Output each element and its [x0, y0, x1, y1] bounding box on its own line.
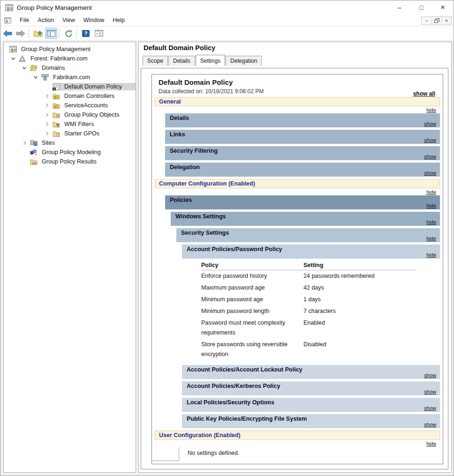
- tree-item-fabrikam-domain[interactable]: Fabrikam.com: [4, 73, 136, 82]
- chevron-down-icon[interactable]: [30, 74, 41, 81]
- section-computer-configuration-toggle-link[interactable]: hide: [426, 189, 436, 195]
- section-details-toggle-link[interactable]: show: [424, 121, 436, 126]
- mdi-restore-button[interactable]: [431, 17, 441, 24]
- menu-file[interactable]: File: [20, 17, 29, 23]
- section-policies-toggle-link[interactable]: hide: [426, 203, 436, 208]
- tree-item-forest[interactable]: Forest: Fabrikam.com: [4, 54, 136, 63]
- refresh-icon[interactable]: [62, 28, 75, 39]
- ou-folder-icon: [53, 92, 62, 100]
- gpo-icon: [53, 83, 62, 90]
- table-row: Password must meet complexity requiremen…: [201, 317, 416, 339]
- tree-item-label: Sites: [40, 139, 56, 147]
- tree-item-domains[interactable]: Domains: [4, 63, 136, 73]
- tree-item-label: Group Policy Objects: [63, 111, 121, 119]
- chevron-right-icon[interactable]: [41, 102, 53, 109]
- console-icon-small: [4, 17, 11, 23]
- tree-item-sites[interactable]: Sites: [4, 138, 136, 148]
- back-icon[interactable]: [1, 28, 14, 39]
- minimize-button[interactable]: −: [389, 0, 410, 15]
- tree-item-starter-gpos[interactable]: Starter GPOs: [4, 129, 136, 138]
- action-pane-icon[interactable]: [93, 28, 105, 39]
- tree-item-default-domain-policy[interactable]: Default Domain Policy: [4, 82, 136, 91]
- help-icon[interactable]: ?: [80, 28, 92, 39]
- policy-cell: Password must meet complexity requiremen…: [201, 317, 303, 339]
- folder-icon: [53, 111, 62, 119]
- section-general: General hide: [155, 97, 440, 113]
- results-pane: Default Domain Policy Scope Details Sett…: [138, 42, 452, 473]
- tree-item-group-policy-management[interactable]: Group Policy Management: [4, 45, 136, 54]
- report-gutter-cell: [152, 447, 179, 461]
- console-tree-toggle-icon[interactable]: [45, 28, 57, 39]
- tree-item-label: Fabrikam.com: [52, 74, 91, 81]
- section-user-configuration-toggle-link[interactable]: hide: [426, 441, 436, 446]
- section-policies-title: Policies: [170, 197, 192, 203]
- section-password-policy-toggle-link[interactable]: hide: [426, 252, 436, 258]
- section-security-filtering: Security Filtering show: [165, 146, 440, 160]
- section-account-lockout-title: Account Policies/Account Lockout Policy: [187, 366, 303, 373]
- domain-icon: [41, 74, 51, 81]
- setting-cell: Enabled: [303, 317, 416, 339]
- section-security-filtering-toggle-link[interactable]: show: [424, 154, 436, 159]
- up-folder-icon[interactable]: [32, 28, 44, 39]
- tab-delegation[interactable]: Delegation: [226, 56, 262, 66]
- domains-icon: [30, 64, 39, 72]
- tab-settings[interactable]: Settings: [196, 55, 225, 66]
- section-security-settings-toggle-link[interactable]: hide: [426, 236, 436, 241]
- menu-help[interactable]: Help: [113, 17, 125, 23]
- section-account-lockout-toggle-link[interactable]: show: [424, 372, 436, 378]
- tree-item-domain-controllers[interactable]: Domain Controllers: [4, 91, 136, 101]
- section-general-toggle-link[interactable]: hide: [426, 107, 436, 113]
- menu-window[interactable]: Window: [83, 17, 104, 23]
- menu-view[interactable]: View: [62, 17, 75, 23]
- section-delegation-toggle-link[interactable]: show: [424, 170, 436, 176]
- forward-icon[interactable]: [15, 28, 27, 39]
- tab-bar: Scope Details Settings Delegation: [139, 54, 451, 66]
- console-tree: Group Policy Management Forest: Fabrikam…: [4, 42, 136, 166]
- tab-scope[interactable]: Scope: [143, 56, 168, 66]
- policy-cell: Minimum password age: [201, 294, 303, 305]
- maximize-button[interactable]: □: [410, 0, 432, 15]
- tree-item-group-policy-objects[interactable]: Group Policy Objects: [4, 110, 136, 119]
- section-delegation-title: Delegation: [170, 164, 200, 171]
- chevron-right-icon[interactable]: [41, 120, 53, 128]
- chevron-right-icon[interactable]: [41, 130, 53, 137]
- section-security-options-toggle-link[interactable]: show: [424, 405, 436, 411]
- section-kerberos-toggle-link[interactable]: show: [424, 389, 436, 394]
- section-computer-configuration-title: Computer Configuration (Enabled): [155, 179, 440, 188]
- section-policies: Policies hide: [165, 195, 440, 209]
- chevron-down-icon[interactable]: [19, 64, 30, 72]
- ou-folder-icon: [53, 102, 62, 109]
- table-row: Enforce password history 24 passwords re…: [201, 270, 416, 283]
- table-row: Store passwords using reversible encrypt…: [201, 339, 416, 360]
- close-button[interactable]: ×: [432, 0, 454, 15]
- section-details: Details show: [165, 113, 440, 127]
- section-efs-toggle-link[interactable]: show: [424, 422, 436, 427]
- menu-action[interactable]: Action: [38, 17, 54, 23]
- report-collected-on: Data collected on: 10/18/2021 9:06:02 PM: [159, 88, 270, 95]
- section-user-configuration-title: User Configuration (Enabled): [155, 431, 440, 440]
- tree-item-label: Domain Controllers: [63, 92, 116, 100]
- tree-item-serviceaccounts[interactable]: ServiceAccounts: [4, 101, 136, 110]
- setting-cell: 42 days: [303, 282, 416, 294]
- chevron-right-icon[interactable]: [19, 139, 30, 147]
- mdi-close-button[interactable]: ×: [441, 17, 451, 24]
- tree-item-wmi-filters[interactable]: WMI Filters: [4, 119, 136, 129]
- chevron-right-icon[interactable]: [41, 111, 53, 119]
- tree-item-group-policy-modeling[interactable]: Group Policy Modeling: [4, 148, 136, 157]
- console-tree-pane: Group Policy Management Forest: Fabrikam…: [3, 42, 136, 473]
- gpmc-window: Group Policy Management − □ × File Actio…: [0, 0, 454, 476]
- section-links-toggle-link[interactable]: show: [424, 137, 436, 143]
- console-icon: [9, 45, 19, 53]
- policy-cell: Store passwords using reversible encrypt…: [201, 339, 303, 360]
- section-windows-settings-toggle-link[interactable]: hide: [426, 219, 436, 225]
- chevron-right-icon[interactable]: [41, 92, 53, 100]
- section-user-configuration: User Configuration (Enabled) hide: [155, 431, 440, 446]
- menu-bar: File Action View Window Help − ×: [0, 15, 454, 26]
- chevron-down-icon[interactable]: [8, 55, 19, 62]
- tab-details[interactable]: Details: [168, 56, 195, 66]
- toolbar-separator: [76, 29, 77, 38]
- show-all-link[interactable]: show all: [413, 90, 435, 97]
- console-icon: [5, 4, 13, 11]
- mdi-minimize-button[interactable]: −: [422, 17, 431, 24]
- tree-item-group-policy-results[interactable]: Group Policy Results: [4, 157, 136, 166]
